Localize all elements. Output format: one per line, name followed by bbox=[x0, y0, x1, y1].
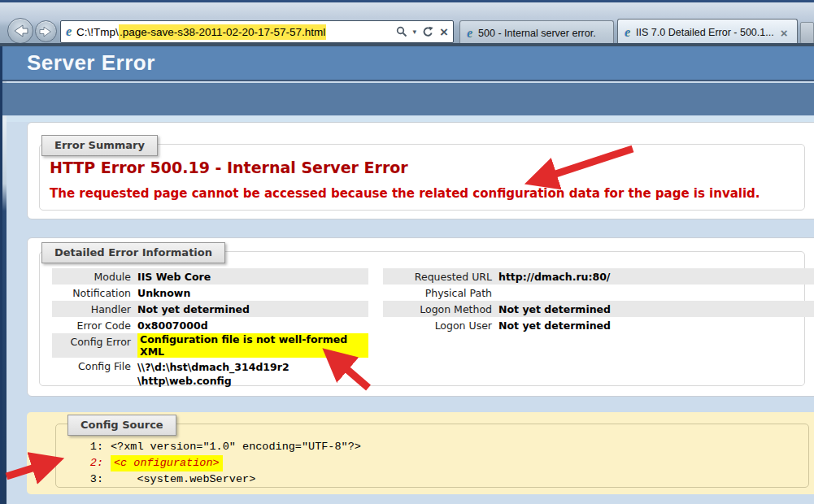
line-number: 3: bbox=[82, 471, 103, 488]
ie-window: { "browser": { "url_prefix": "C:\\!Tmp\\… bbox=[0, 0, 814, 504]
row-label: Requested URL bbox=[383, 268, 498, 283]
table-row-config-file: Config File \\?\d:\hst\dmach_314d19r2 \h… bbox=[52, 358, 368, 388]
tab-500-internal-server-error[interactable]: e 500 - Internal server error. bbox=[459, 20, 614, 46]
line-code: <system.webServer> bbox=[111, 471, 255, 488]
url-text: C:\!Tmp\ bbox=[76, 26, 119, 38]
detail-table-left: Module IIS Web Core Notification Unknown… bbox=[52, 268, 368, 388]
ie-favicon: e bbox=[625, 26, 630, 39]
row-value: Unknown bbox=[137, 285, 190, 299]
table-row-requested-url: Requested URL http://dmach.ru:80/ bbox=[383, 268, 814, 285]
row-value: \\?\d:\hst\dmach_314d19r2 \http\web.conf… bbox=[137, 358, 289, 388]
ie-favicon: e bbox=[467, 27, 472, 40]
forward-button[interactable] bbox=[35, 20, 57, 42]
error-summary-legend: Error Summary bbox=[41, 135, 158, 156]
back-arrow-icon bbox=[8, 19, 33, 43]
table-row-logon-method: Logon Method Not yet determined bbox=[383, 301, 814, 317]
row-label: Logon User bbox=[383, 317, 498, 332]
search-dropdown-icon[interactable]: ▾ bbox=[413, 28, 417, 36]
http-error-description: The requested page cannot be accessed be… bbox=[50, 186, 760, 201]
error-summary-panel: Error Summary HTTP Error 500.19 - Intern… bbox=[27, 122, 814, 219]
row-value: Not yet determined bbox=[498, 301, 611, 315]
config-file-path-line1: \\?\d:\hst\dmach_314d19r2 bbox=[137, 360, 289, 374]
address-bar[interactable]: e C:\!Tmp\.page-save-s38-2011-02-20-17-5… bbox=[60, 20, 454, 43]
line-code-highlighted: <c onfiguration> bbox=[111, 455, 223, 471]
row-label: Module bbox=[52, 268, 137, 283]
page-header: Server Error bbox=[2, 46, 814, 81]
detail-table-right: Requested URL http://dmach.ru:80/ Physic… bbox=[383, 268, 814, 333]
table-row-logon-user: Logon User Not yet determined bbox=[383, 317, 814, 333]
header-light-strip bbox=[7, 115, 814, 122]
row-label: Config File bbox=[52, 358, 137, 372]
row-label: Handler bbox=[52, 301, 137, 315]
row-value: IIS Web Core bbox=[137, 268, 211, 283]
tab-iis-detailed-error[interactable]: e IIS 7.0 Detailed Error - 500.1... × bbox=[617, 19, 798, 46]
tab-title: 500 - Internal server error. bbox=[478, 28, 596, 39]
browser-toolbar: e C:\!Tmp\.page-save-s38-2011-02-20-17-5… bbox=[0, 0, 814, 43]
row-label: Error Code bbox=[52, 317, 137, 332]
new-tab-button[interactable] bbox=[800, 22, 814, 44]
line-number: 2: bbox=[82, 455, 103, 471]
code-line-2-error: 2:<c onfiguration> bbox=[82, 455, 361, 471]
page-title: Server Error bbox=[27, 50, 155, 76]
back-button[interactable] bbox=[7, 18, 33, 44]
table-row-error-code: Error Code 0x8007000d bbox=[52, 317, 368, 333]
line-number: 1: bbox=[82, 439, 103, 455]
config-source-code: 1:<?xml version="1.0" encoding="UTF-8"?>… bbox=[82, 439, 361, 488]
row-value: Not yet determined bbox=[137, 301, 250, 315]
row-label: Config Error bbox=[52, 333, 137, 348]
search-icon[interactable] bbox=[396, 26, 407, 37]
row-label: Physical Path bbox=[383, 285, 498, 299]
config-file-path-line2: \http\web.config bbox=[137, 374, 289, 388]
tab-title: IIS 7.0 Detailed Error - 500.1... bbox=[636, 27, 774, 38]
config-source-legend: Config Source bbox=[67, 415, 176, 436]
table-row-module: Module IIS Web Core bbox=[52, 268, 368, 285]
table-row-notification: Notification Unknown bbox=[52, 285, 368, 301]
detailed-error-legend: Detailed Error Information bbox=[41, 242, 225, 263]
code-line-3: 3: <system.webServer> bbox=[82, 471, 361, 488]
stop-icon[interactable]: × bbox=[440, 25, 448, 39]
config-source-panel: Config Source 1:<?xml version="1.0" enco… bbox=[27, 412, 814, 494]
table-row-config-error: Config Error Configuration file is not w… bbox=[52, 333, 368, 358]
forward-arrow-icon bbox=[36, 21, 56, 42]
page-header-subband bbox=[2, 83, 814, 115]
ie-favicon: e bbox=[66, 25, 72, 38]
row-label: Logon Method bbox=[383, 301, 498, 315]
code-line-1: 1:<?xml version="1.0" encoding="UTF-8"?> bbox=[82, 439, 361, 455]
row-label: Notification bbox=[52, 285, 137, 299]
row-value: http://dmach.ru:80/ bbox=[498, 268, 610, 283]
table-row-handler: Handler Not yet determined bbox=[52, 301, 368, 317]
http-error-title: HTTP Error 500.19 - Internal Server Erro… bbox=[50, 159, 408, 176]
row-value: Not yet determined bbox=[498, 317, 611, 332]
url-highlighted-text: .page-save-s38-2011-02-20-17-57-57.html bbox=[119, 24, 326, 40]
table-row-physical-path: Physical Path bbox=[383, 285, 814, 301]
config-error-highlighted-value: Configuration file is not well-formed XM… bbox=[137, 333, 368, 358]
detailed-error-panel: Detailed Error Information Module IIS We… bbox=[27, 237, 814, 397]
line-code: <?xml version="1.0" encoding="UTF-8"?> bbox=[111, 439, 361, 455]
refresh-icon[interactable] bbox=[422, 26, 434, 38]
close-tab-icon[interactable]: × bbox=[781, 27, 788, 39]
row-value: 0x8007000d bbox=[137, 317, 208, 332]
